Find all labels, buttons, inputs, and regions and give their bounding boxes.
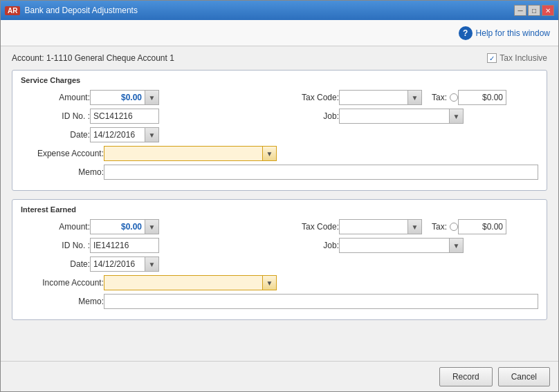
sc-tax-radio[interactable] — [450, 93, 458, 102]
sc-tax-input[interactable] — [458, 90, 506, 105]
sc-amount-label: Amount: — [21, 93, 90, 102]
ie-date-label: Date: — [21, 259, 90, 269]
sc-taxcode-input[interactable] — [339, 90, 408, 105]
ie-left-date: Date: ▼ — [21, 256, 284, 272]
sc-left-id: ID No. : — [21, 109, 284, 124]
ie-memo-row: Memo: — [21, 294, 538, 309]
sc-job-label: Job: — [284, 111, 339, 121]
cancel-button[interactable]: Cancel — [498, 367, 550, 386]
tax-inclusive-label: Tax Inclusive — [500, 53, 547, 63]
ie-amount-row: Amount: ▼ Tax Code: ▼ Tax: — [21, 219, 538, 234]
sc-id-row: ID No. : Job: ▼ — [21, 109, 538, 124]
sc-date-input[interactable] — [90, 127, 145, 142]
ie-taxcode-input[interactable] — [339, 219, 408, 234]
service-charges-title: Service Charges — [21, 76, 538, 84]
ie-memo-label: Memo: — [21, 297, 104, 306]
sc-memo-row: Memo: — [21, 165, 538, 180]
ie-amount-input[interactable] — [90, 219, 145, 234]
sc-left-date: Date: ▼ — [21, 127, 284, 142]
tax-inclusive-checkbox[interactable]: ✓ — [487, 53, 497, 63]
main-window: AR Bank and Deposit Adjustments ─ □ ✕ ? … — [0, 0, 559, 392]
ie-tax-label: Tax: — [422, 222, 450, 232]
account-info: Account: 1-1110 General Cheque Account 1 — [12, 53, 174, 63]
record-button[interactable]: Record — [439, 367, 493, 386]
ie-taxcode-label: Tax Code: — [284, 222, 339, 232]
service-charges-section: Service Charges Amount: ▼ Tax Code: ▼ Ta… — [12, 70, 547, 191]
sc-expense-input[interactable] — [104, 146, 263, 161]
title-buttons: ─ □ ✕ — [514, 5, 554, 16]
sc-memo-label: Memo: — [21, 167, 104, 177]
sc-right-job: Job: ▼ — [284, 109, 538, 124]
sc-amount-dropdown[interactable]: ▼ — [145, 90, 159, 105]
ie-id-label: ID No. : — [21, 241, 90, 250]
ie-income-label: Income Account: — [21, 278, 104, 288]
maximize-button[interactable]: □ — [528, 5, 540, 16]
sc-job-dropdown[interactable]: ▼ — [450, 109, 464, 124]
sc-taxcode-dropdown[interactable]: ▼ — [408, 90, 422, 105]
ie-job-input[interactable] — [339, 238, 450, 253]
sc-memo-input[interactable] — [104, 165, 538, 180]
sc-id-label: ID No. : — [21, 111, 90, 121]
title-bar: AR Bank and Deposit Adjustments ─ □ ✕ — [1, 1, 558, 20]
ie-amount-dropdown[interactable]: ▼ — [145, 219, 159, 234]
ie-job-dropdown[interactable]: ▼ — [450, 238, 464, 253]
sc-amount-row: Amount: ▼ Tax Code: ▼ Tax: — [21, 90, 538, 105]
ie-right-taxcode: Tax Code: ▼ Tax: — [284, 219, 538, 234]
ie-right-job: Job: ▼ — [284, 238, 538, 253]
ie-income-input[interactable] — [104, 275, 263, 290]
ie-amount-label: Amount: — [21, 222, 90, 232]
sc-expense-row: Expense Account: ▼ — [21, 146, 538, 161]
account-value: 1-1110 General Cheque Account 1 — [46, 53, 174, 63]
ie-left-id: ID No. : — [21, 238, 284, 253]
ie-date-dropdown[interactable]: ▼ — [145, 256, 159, 272]
help-bar: ? Help for this window — [1, 20, 558, 46]
sc-date-label: Date: — [21, 130, 90, 140]
sc-expense-label: Expense Account: — [21, 149, 104, 158]
ie-income-dropdown[interactable]: ▼ — [263, 275, 277, 290]
sc-left-amount: Amount: ▼ — [21, 90, 284, 105]
ie-income-row: Income Account: ▼ — [21, 275, 538, 290]
help-icon: ? — [459, 26, 473, 40]
interest-earned-section: Interest Earned Amount: ▼ Tax Code: ▼ Ta… — [12, 199, 547, 320]
interest-earned-title: Interest Earned — [21, 205, 538, 214]
account-label: Account: 1-1110 General Cheque Account 1 — [12, 53, 174, 63]
sc-taxcode-label: Tax Code: — [284, 93, 339, 102]
title-bar-left: AR Bank and Deposit Adjustments — [5, 6, 138, 15]
main-content: Account: 1-1110 General Cheque Account 1… — [1, 46, 558, 361]
sc-date-dropdown[interactable]: ▼ — [145, 127, 159, 142]
help-link[interactable]: ? Help for this window — [459, 26, 550, 40]
ie-taxcode-dropdown[interactable]: ▼ — [408, 219, 422, 234]
close-button[interactable]: ✕ — [542, 5, 554, 16]
ie-id-row: ID No. : Job: ▼ — [21, 238, 538, 253]
ie-job-label: Job: — [284, 241, 339, 250]
sc-id-input[interactable] — [90, 109, 159, 124]
ie-date-input[interactable] — [90, 256, 145, 272]
minimize-button[interactable]: ─ — [514, 5, 526, 16]
ie-memo-input[interactable] — [104, 294, 538, 309]
sc-job-input[interactable] — [339, 109, 450, 124]
ie-date-row: Date: ▼ — [21, 256, 538, 272]
app-badge: AR — [5, 6, 20, 15]
sc-date-row: Date: ▼ — [21, 127, 538, 142]
sc-expense-dropdown[interactable]: ▼ — [263, 146, 277, 161]
ie-id-input[interactable] — [90, 238, 159, 253]
tax-inclusive-group: ✓ Tax Inclusive — [487, 53, 547, 63]
ie-tax-input[interactable] — [458, 219, 506, 234]
footer: Record Cancel — [1, 361, 558, 391]
account-row: Account: 1-1110 General Cheque Account 1… — [12, 53, 547, 63]
sc-amount-input[interactable] — [90, 90, 145, 105]
help-text: Help for this window — [476, 28, 550, 38]
ie-left-amount: Amount: ▼ — [21, 219, 284, 234]
ie-tax-radio[interactable] — [450, 223, 458, 231]
sc-tax-label: Tax: — [422, 93, 450, 102]
window-title: Bank and Deposit Adjustments — [24, 6, 137, 15]
sc-right-taxcode: Tax Code: ▼ Tax: — [284, 90, 538, 105]
